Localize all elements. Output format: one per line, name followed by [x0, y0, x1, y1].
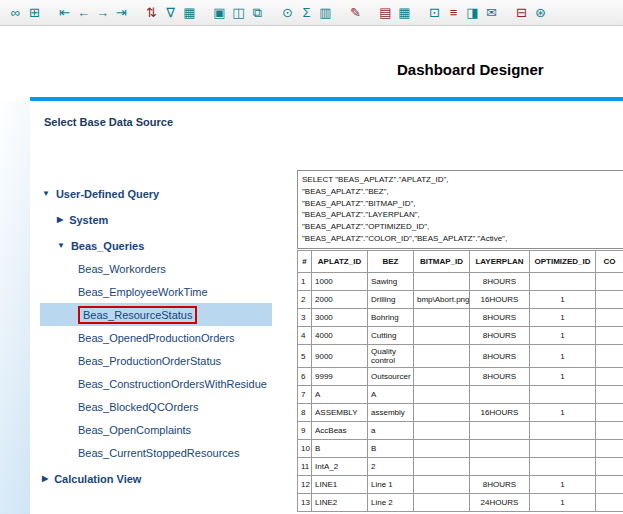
- accent-bar: [30, 97, 623, 101]
- table-row[interactable]: 44000Cutting8HOURS1: [298, 327, 623, 345]
- duplicate-document-icon[interactable]: ⧉: [248, 3, 267, 23]
- tree-item-beas-constructionorderswithresidue[interactable]: Beas_ConstructionOrdersWithResidue: [40, 372, 272, 395]
- toolbar-group: ⇅∇▦: [142, 3, 199, 23]
- link-document-icon[interactable]: ▣: [210, 3, 229, 23]
- tree-item-beas-opencomplaints[interactable]: Beas_OpenComplaints: [40, 418, 272, 441]
- cell: [596, 404, 623, 422]
- copy-document-icon[interactable]: ◫: [229, 3, 248, 23]
- tree-item-beas-employeeworktime[interactable]: Beas_EmployeeWorkTime: [40, 280, 272, 303]
- cell: [470, 386, 530, 404]
- table-row[interactable]: 69999Outsourcer8HOURS1: [298, 368, 623, 386]
- sql-line: "BEAS_APLATZ"."LAYERPLAN",: [302, 209, 619, 221]
- table-row[interactable]: 11000Sawing8HOURS: [298, 273, 623, 291]
- sort-icon[interactable]: ⇅: [142, 3, 161, 23]
- cell: 4: [298, 327, 312, 345]
- cell: [414, 386, 470, 404]
- cell: [596, 386, 623, 404]
- sql-query-box[interactable]: SELECT "BEAS_APLATZ"."APLATZ_ID","BEAS_A…: [297, 170, 623, 249]
- cell: 1: [530, 327, 596, 345]
- cell: 11: [298, 458, 312, 476]
- toolbar-group: ∞⊞: [6, 3, 44, 23]
- tree-item-beas-workorders[interactable]: Beas_Workorders: [40, 257, 272, 280]
- mail-icon[interactable]: ✉: [482, 3, 501, 23]
- column-header-aplatz-id: APLATZ_ID: [312, 251, 368, 273]
- cell: 8HOURS: [470, 345, 530, 368]
- cell: 8: [298, 404, 312, 422]
- grid-icon[interactable]: ▦: [180, 3, 199, 23]
- tree-item-beas-blockedqcorders[interactable]: Beas_BlockedQCOrders: [40, 395, 272, 418]
- relationship-map-icon[interactable]: ⊙: [278, 3, 297, 23]
- cell: B: [312, 440, 368, 458]
- toolbar-group: ⊟⊛: [512, 3, 550, 23]
- cell: [470, 440, 530, 458]
- table-row[interactable]: 7AA: [298, 386, 623, 404]
- chevron-down-icon[interactable]: ▼: [57, 241, 65, 250]
- cell: A: [312, 386, 368, 404]
- modules-icon[interactable]: ⊟: [512, 3, 531, 23]
- cell: 3: [298, 309, 312, 327]
- cell: [414, 345, 470, 368]
- form-report-icon[interactable]: ▦: [395, 3, 414, 23]
- cell: Line 2: [368, 494, 414, 512]
- form-settings-icon[interactable]: ◨: [463, 3, 482, 23]
- tree-item-label: Beas_Workorders: [78, 263, 166, 275]
- chevron-down-icon[interactable]: ▼: [42, 189, 50, 198]
- cell: A: [368, 386, 414, 404]
- tree-item-beas-currentstoppedresources[interactable]: Beas_CurrentStoppedResources: [40, 441, 272, 464]
- first-record-icon[interactable]: ⇤: [55, 3, 74, 23]
- table-row[interactable]: 10BB: [298, 440, 623, 458]
- cell: [414, 404, 470, 422]
- cell: [470, 422, 530, 440]
- previous-record-icon[interactable]: ←: [74, 3, 93, 23]
- table-row[interactable]: 22000Drillingbmp\Abort.png16HOURS1: [298, 291, 623, 309]
- document-report-icon[interactable]: ▤: [376, 3, 395, 23]
- column-header-bez: BEZ: [368, 251, 414, 273]
- next-record-icon[interactable]: →: [93, 3, 112, 23]
- cell: a: [368, 422, 414, 440]
- cell: 9000: [312, 345, 368, 368]
- chevron-right-icon[interactable]: ▶: [42, 474, 48, 483]
- left-gradient-strip: [0, 101, 30, 514]
- column-header-bitmap-id: BITMAP_ID: [414, 251, 470, 273]
- edit-icon[interactable]: ✎: [346, 3, 365, 23]
- table-row[interactable]: 13LINE2Line 224HOURS1: [298, 494, 623, 512]
- table-row[interactable]: 33000Bohring8HOURS1: [298, 309, 623, 327]
- tree-item-beas-productionorderstatus[interactable]: Beas_ProductionOrderStatus: [40, 349, 272, 372]
- cell: bmp\Abort.png: [414, 291, 470, 309]
- tree-item-label: Beas_ConstructionOrdersWithResidue: [78, 378, 267, 390]
- cell: 1000: [312, 273, 368, 291]
- export-icon[interactable]: ⊡: [425, 3, 444, 23]
- table-row[interactable]: 12LINE1Line 18HOURS1: [298, 476, 623, 494]
- sum-icon[interactable]: Σ: [297, 3, 316, 23]
- cell: 16HOURS: [470, 404, 530, 422]
- panel-title: Select Base Data Source: [44, 116, 173, 128]
- tree-item-user-defined-query[interactable]: ▼User-Defined Query: [40, 182, 272, 205]
- tree-item-beas-openedproductionorders[interactable]: Beas_OpenedProductionOrders: [40, 326, 272, 349]
- last-record-icon[interactable]: ⇥: [112, 3, 131, 23]
- tree-item-system[interactable]: ▶System: [40, 208, 272, 231]
- results-table: #APLATZ_IDBEZBITMAP_IDLAYERPLANOPTIMIZED…: [297, 250, 623, 512]
- tree-item-calculation-view[interactable]: ▶Calculation View: [40, 467, 272, 490]
- cell: 12: [298, 476, 312, 494]
- cell: LINE2: [312, 494, 368, 512]
- toolbar: ∞⊞⇤←→⇥⇅∇▦▣◫⧉⊙Σ▥✎▤▦⊡≡◨✉⊟⊛: [0, 0, 623, 26]
- settings-icon[interactable]: ⊛: [531, 3, 550, 23]
- cell: 8HOURS: [470, 273, 530, 291]
- chevron-right-icon[interactable]: ▶: [57, 215, 63, 224]
- table-row[interactable]: 11IntA_22: [298, 458, 623, 476]
- print-icon[interactable]: ≡: [444, 3, 463, 23]
- add-form-icon[interactable]: ⊞: [25, 3, 44, 23]
- table-row[interactable]: 59000Quality control8HOURS1: [298, 345, 623, 368]
- filter-icon[interactable]: ∇: [161, 3, 180, 23]
- table-row[interactable]: 9AccBeasa: [298, 422, 623, 440]
- table-row[interactable]: 8ASSEMBLYassembly16HOURS1: [298, 404, 623, 422]
- tree-item-beas-queries[interactable]: ▼Beas_Queries: [40, 234, 272, 257]
- cell: Drilling: [368, 291, 414, 309]
- find-icon[interactable]: ∞: [6, 3, 25, 23]
- chart-icon[interactable]: ▥: [316, 3, 335, 23]
- tree-item-beas-resourcestatus[interactable]: Beas_ResourceStatus: [40, 303, 272, 326]
- cell: [414, 476, 470, 494]
- cell: B: [368, 440, 414, 458]
- toolbar-group: ⊙Σ▥: [278, 3, 335, 23]
- tree-item-label: Beas_OpenedProductionOrders: [78, 332, 235, 344]
